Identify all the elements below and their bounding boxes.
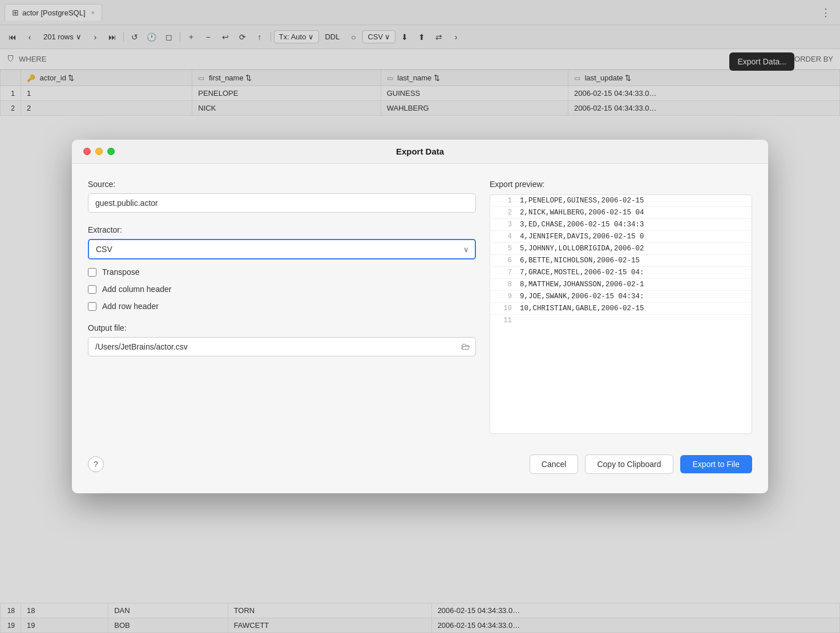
add-row-header-row: Add row header — [88, 302, 476, 311]
add-column-header-label[interactable]: Add column header — [102, 285, 171, 294]
cancel-button[interactable]: Cancel — [530, 455, 579, 474]
preview-linenum: 3 — [496, 221, 512, 229]
add-row-header-label[interactable]: Add row header — [102, 302, 159, 311]
preview-content: 6,BETTE,NICHOLSON,2006-02-15 — [520, 257, 640, 265]
modal-title: Export Data — [396, 147, 444, 156]
preview-row: 4 4,JENNIFER,DAVIS,2006-02-15 0 — [490, 231, 752, 243]
preview-row: 11 — [490, 315, 752, 326]
preview-content: 10,CHRISTIAN,GABLE,2006-02-15 — [520, 305, 644, 313]
modal-body: Source: Extractor: CSV TSV JSON XML ∨ — [72, 164, 768, 445]
help-button[interactable]: ? — [88, 456, 104, 472]
preview-content: 4,JENNIFER,DAVIS,2006-02-15 0 — [520, 233, 644, 241]
preview-linenum: 10 — [496, 305, 512, 313]
file-input-wrapper: 🗁 — [88, 337, 476, 356]
copy-to-clipboard-button[interactable]: Copy to Clipboard — [585, 455, 673, 474]
preview-row: 1 1,PENELOPE,GUINESS,2006-02-15 — [490, 195, 752, 207]
preview-row: 3 3,ED,CHASE,2006-02-15 04:34:3 — [490, 219, 752, 231]
modal-right-panel: Export preview: 1 1,PENELOPE,GUINESS,200… — [490, 180, 752, 434]
preview-box: 1 1,PENELOPE,GUINESS,2006-02-15 2 2,NICK… — [490, 194, 752, 434]
preview-linenum: 6 — [496, 257, 512, 265]
preview-linenum: 4 — [496, 233, 512, 241]
modal-overlay: Export Data Source: Extractor: CSV TSV J… — [0, 0, 840, 633]
export-data-modal: Export Data Source: Extractor: CSV TSV J… — [72, 140, 768, 493]
preview-linenum: 2 — [496, 209, 512, 217]
source-input[interactable] — [88, 193, 476, 213]
extractor-select-wrapper: CSV TSV JSON XML ∨ — [88, 239, 476, 259]
preview-linenum: 11 — [496, 316, 512, 324]
preview-content: 3,ED,CHASE,2006-02-15 04:34:3 — [520, 221, 644, 229]
transpose-label[interactable]: Transpose — [102, 267, 140, 277]
modal-left-panel: Source: Extractor: CSV TSV JSON XML ∨ — [88, 180, 476, 434]
preview-content: 1,PENELOPE,GUINESS,2006-02-15 — [520, 197, 644, 205]
preview-row: 9 9,JOE,SWANK,2006-02-15 04:34: — [490, 291, 752, 303]
preview-linenum: 7 — [496, 269, 512, 277]
preview-row: 5 5,JOHNNY,LOLLOBRIGIDA,2006-02 — [490, 243, 752, 255]
preview-row: 7 7,GRACE,MOSTEL,2006-02-15 04: — [490, 267, 752, 279]
window-controls — [83, 148, 115, 155]
modal-footer: ? Cancel Copy to Clipboard Export to Fil… — [72, 445, 768, 486]
minimize-window-button[interactable] — [95, 148, 103, 155]
export-to-file-button[interactable]: Export to File — [680, 455, 752, 473]
add-column-header-checkbox[interactable] — [88, 285, 96, 294]
output-file-label: Output file: — [88, 323, 476, 332]
preview-content: 8,MATTHEW,JOHANSSON,2006-02-1 — [520, 281, 644, 289]
preview-row: 2 2,NICK,WAHLBERG,2006-02-15 04 — [490, 207, 752, 219]
preview-linenum: 5 — [496, 245, 512, 253]
add-row-header-checkbox[interactable] — [88, 302, 96, 311]
transpose-row: Transpose — [88, 267, 476, 277]
preview-content: 9,JOE,SWANK,2006-02-15 04:34: — [520, 293, 644, 301]
preview-row: 8 8,MATTHEW,JOHANSSON,2006-02-1 — [490, 279, 752, 291]
extractor-label: Extractor: — [88, 225, 476, 234]
preview-content: 7,GRACE,MOSTEL,2006-02-15 04: — [520, 269, 644, 277]
modal-titlebar: Export Data — [72, 140, 768, 164]
extractor-section: Extractor: CSV TSV JSON XML ∨ — [88, 225, 476, 259]
extractor-select[interactable]: CSV TSV JSON XML — [88, 239, 476, 259]
preview-row: 6 6,BETTE,NICHOLSON,2006-02-15 — [490, 255, 752, 267]
source-label: Source: — [88, 180, 476, 189]
maximize-window-button[interactable] — [107, 148, 115, 155]
close-window-button[interactable] — [83, 148, 91, 155]
output-file-input[interactable] — [88, 337, 476, 356]
preview-row: 10 10,CHRISTIAN,GABLE,2006-02-15 — [490, 303, 752, 315]
transpose-checkbox[interactable] — [88, 268, 96, 277]
preview-content: 2,NICK,WAHLBERG,2006-02-15 04 — [520, 209, 644, 217]
browse-file-button[interactable]: 🗁 — [461, 342, 470, 352]
preview-label: Export preview: — [490, 180, 752, 189]
preview-content: 5,JOHNNY,LOLLOBRIGIDA,2006-02 — [520, 245, 644, 253]
preview-linenum: 9 — [496, 293, 512, 301]
output-file-section: Output file: 🗁 — [88, 323, 476, 356]
preview-linenum: 8 — [496, 281, 512, 289]
add-column-header-row: Add column header — [88, 285, 476, 294]
preview-linenum: 1 — [496, 197, 512, 205]
